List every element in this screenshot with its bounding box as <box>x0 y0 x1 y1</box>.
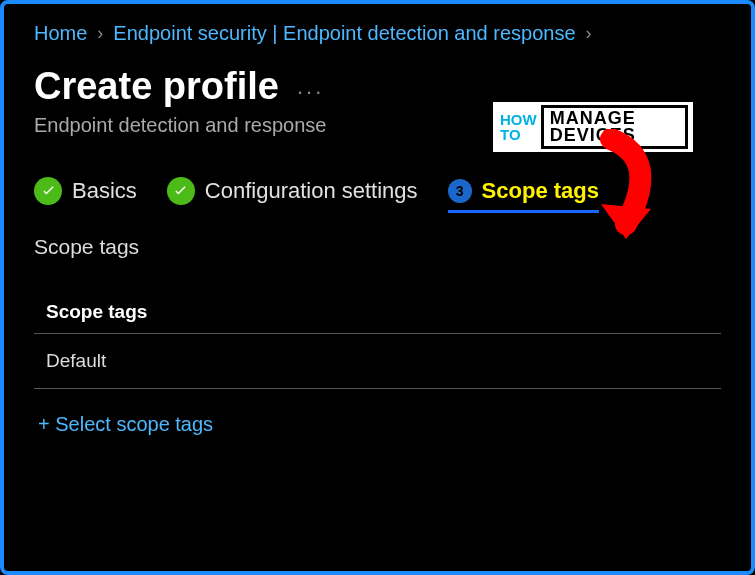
breadcrumb-home[interactable]: Home <box>34 22 87 45</box>
breadcrumb: Home › Endpoint security | Endpoint dete… <box>34 22 721 45</box>
page-title: Create profile <box>34 65 279 108</box>
check-icon <box>167 177 195 205</box>
step-label: Scope tags <box>482 178 599 204</box>
howto-manage-devices-logo: HOW TO MANAGE DEVICES <box>493 102 693 152</box>
step-scope-tags[interactable]: 3 Scope tags <box>448 178 599 213</box>
step-number-icon: 3 <box>448 179 472 203</box>
step-basics[interactable]: Basics <box>34 177 137 205</box>
more-icon[interactable]: ··· <box>297 79 324 105</box>
chevron-right-icon: › <box>586 23 592 44</box>
step-configuration[interactable]: Configuration settings <box>167 177 418 205</box>
table-header: Scope tags <box>34 291 721 334</box>
logo-text: HOW <box>500 112 537 127</box>
section-heading: Scope tags <box>34 235 721 259</box>
check-icon <box>34 177 62 205</box>
step-label: Basics <box>72 178 137 204</box>
wizard-steps: Basics Configuration settings 3 Scope ta… <box>34 177 721 205</box>
breadcrumb-section[interactable]: Endpoint security | Endpoint detection a… <box>113 22 575 45</box>
step-label: Configuration settings <box>205 178 418 204</box>
logo-text: TO <box>500 127 537 142</box>
logo-text: DEVICES <box>550 127 679 144</box>
table-row[interactable]: Default <box>34 334 721 389</box>
select-scope-tags-link[interactable]: + Select scope tags <box>34 413 213 436</box>
chevron-right-icon: › <box>97 23 103 44</box>
